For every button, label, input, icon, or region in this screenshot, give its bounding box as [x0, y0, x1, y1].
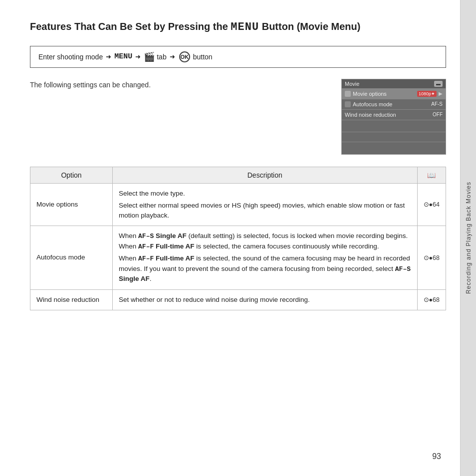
ref-wind-noise: ⊙●68 [417, 289, 446, 310]
desc-autofocus: When AF–S Single AF (default setting) is… [113, 226, 418, 289]
table-row-movie-options: Movie options Select the movie type. Sel… [30, 183, 446, 226]
nav-enter-text: Enter shooting mode [38, 53, 103, 61]
sidebar-tab: Recording and Playing Back Movies [460, 0, 476, 476]
option-movie-options: Movie options [30, 183, 113, 226]
cam-empty-rows [342, 120, 446, 154]
full-time-af-text-2: Full-time AF [156, 254, 195, 262]
desc-movie-line-2: Select either normal speed movies or HS … [119, 201, 411, 221]
nav-arrow-2: ➜ [135, 53, 141, 60]
cam-empty-3 [342, 142, 446, 152]
cam-empty-2 [342, 132, 446, 142]
cam-title-text: Movie [345, 81, 359, 87]
nav-tab-text: tab [157, 53, 166, 61]
desc-wind-line-1: Set whether or not to reduce wind noise … [119, 295, 411, 305]
desc-movie-options: Select the movie type. Select either nor… [113, 183, 418, 226]
nav-movie-tab-icon: 🎬 [144, 51, 155, 62]
desc-wind-noise: Set whether or not to reduce wind noise … [113, 289, 418, 310]
cam-battery-icon: ▬ [434, 81, 443, 87]
cam-row-icon-2 [345, 101, 351, 107]
header-ref: 📖 [417, 167, 446, 183]
desc-movie-line-1: Select the movie type. [119, 189, 411, 199]
page-number: 93 [432, 452, 441, 461]
cam-row-wind-noise: Wind noise reduction OFF [342, 110, 446, 120]
desc-movie-options-text: Select the movie type. Select either nor… [119, 189, 411, 221]
nav-arrow-3: ➜ [170, 53, 175, 60]
cam-label-movie-options: Movie options [353, 91, 415, 97]
page-title: Features That Can Be Set by Pressing the… [30, 20, 446, 35]
desc-af-para2: When AF–F Full-time AF is selected, the … [119, 253, 411, 284]
cam-row-autofocus: Autofocus mode AF-S [342, 99, 446, 110]
single-af-text-2: Single AF [119, 275, 150, 282]
feature-table: Option Description 📖 Movie options Selec… [30, 167, 446, 310]
ref-link-wind-noise: ⊙●68 [424, 296, 440, 303]
header-description: Description [113, 167, 418, 183]
nav-button-text: button [193, 53, 213, 61]
cam-label-wind-noise: Wind noise reduction [345, 112, 431, 118]
af-s-text-2: AF–S [395, 265, 411, 273]
af-f-text-1: AF–F [138, 243, 154, 250]
intro-text: The following settings can be changed. [30, 79, 326, 155]
table-header-row: Option Description 📖 [30, 167, 446, 183]
cam-arrow-movie-options: ▶ [439, 91, 443, 96]
single-af-text-1: Single AF [156, 232, 187, 239]
nav-instruction-box: Enter shooting mode ➜ MENU ➜ 🎬 tab ➜ OK … [30, 46, 446, 68]
sidebar-label: Recording and Playing Back Movies [465, 182, 472, 294]
nav-ok-button: OK [179, 51, 190, 62]
cam-value-wind-noise: OFF [433, 112, 443, 117]
cam-value-autofocus: AF-S [431, 101, 443, 107]
cam-title-bar: Movie ▬ [342, 79, 446, 89]
option-autofocus: Autofocus mode [30, 226, 113, 289]
camera-screenshot: Movie ▬ Movie options 1080p✦ ▶ Autofocus… [341, 79, 446, 155]
ref-autofocus: ⊙●68 [417, 226, 446, 289]
ref-movie-options: ⊙●64 [417, 183, 446, 226]
cam-empty-1 [342, 122, 446, 132]
nav-menu-word: MENU [114, 52, 132, 61]
header-option: Option [30, 167, 113, 183]
full-time-af-text-1: Full-time AF [156, 242, 195, 250]
desc-wind-noise-text: Set whether or not to reduce wind noise … [119, 295, 411, 305]
af-s-text-1: AF–S [138, 233, 154, 240]
cam-row-icon-1 [345, 91, 351, 97]
table-row-wind-noise: Wind noise reduction Set whether or not … [30, 289, 446, 310]
nav-arrow-1: ➜ [106, 53, 111, 60]
intro-paragraph: The following settings can be changed. [30, 81, 326, 89]
ref-link-autofocus: ⊙●68 [424, 254, 440, 261]
af-f-text-2: AF–F [138, 255, 154, 262]
cam-value-movie-options: 1080p✦ [417, 91, 437, 97]
cam-label-autofocus: Autofocus mode [353, 101, 429, 107]
option-wind-noise: Wind noise reduction [30, 289, 113, 310]
title-suffix: Button (Movie Menu) [259, 21, 360, 32]
main-section: The following settings can be changed. M… [30, 79, 446, 155]
desc-af-para1: When AF–S Single AF (default setting) is… [119, 231, 411, 251]
desc-autofocus-text: When AF–S Single AF (default setting) is… [119, 231, 411, 284]
title-menu: MENU [231, 21, 259, 33]
title-prefix: Features That Can Be Set by Pressing the [30, 21, 231, 32]
ref-link-movie-options: ⊙●64 [424, 201, 440, 208]
cam-row-movie-options: Movie options 1080p✦ ▶ [342, 89, 446, 99]
table-row-autofocus: Autofocus mode When AF–S Single AF (defa… [30, 226, 446, 289]
